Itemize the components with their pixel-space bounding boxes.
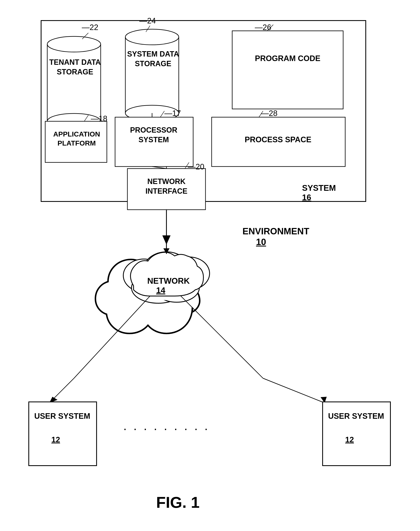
ref-24-label: —24 xyxy=(139,16,156,25)
user-system-1-ref: 12 xyxy=(51,435,60,444)
program-code-label: PROGRAM CODE xyxy=(234,53,341,63)
svg-point-1 xyxy=(47,36,101,52)
ref-18-label: —18 xyxy=(91,114,107,123)
system-data-storage-label: SYSTEM DATA STORAGE xyxy=(126,49,180,69)
tenant-data-storage-label: TENANT DATA STORAGE xyxy=(48,58,102,77)
fig-label: FIG. 1 xyxy=(156,493,199,511)
diagram-area: —22 TENANT DATA STORAGE —24 SYSTEM DATA … xyxy=(16,12,403,510)
user-system-1-label: USER SYSTEM xyxy=(30,411,94,421)
svg-line-30 xyxy=(181,296,263,378)
page: —22 TENANT DATA STORAGE —24 SYSTEM DATA … xyxy=(0,0,420,531)
system-16-label: SYSTEM xyxy=(302,183,336,193)
svg-line-31 xyxy=(263,378,325,403)
application-platform-label: APPLICATION PLATFORM xyxy=(47,130,106,148)
process-space-label: PROCESS SPACE xyxy=(213,135,343,145)
environment-ref: 10 xyxy=(256,237,266,247)
network-label: NETWORK xyxy=(142,275,195,286)
network-ref: 14 xyxy=(156,286,165,295)
dots-label: · · · · · · · · · xyxy=(123,421,209,436)
user-system-2-label: USER SYSTEM xyxy=(324,411,388,421)
diagram-svg xyxy=(16,12,403,510)
user-system-2-ref: 12 xyxy=(345,435,354,444)
network-interface-label: NETWORK INTERFACE xyxy=(129,177,204,196)
ref-22-label: —22 xyxy=(82,23,98,32)
processor-system-label: PROCESSOR SYSTEM xyxy=(117,125,191,145)
environment-label: ENVIRONMENT xyxy=(242,226,309,236)
ref-20-label: —20 xyxy=(188,162,204,171)
ref-26-label: —26 xyxy=(255,23,271,32)
ref-28-label: —28 xyxy=(261,109,277,118)
svg-rect-9 xyxy=(232,31,343,109)
svg-point-5 xyxy=(125,29,179,45)
system-16-ref: 16 xyxy=(302,193,311,202)
ref-17-label: —17 xyxy=(164,109,181,118)
